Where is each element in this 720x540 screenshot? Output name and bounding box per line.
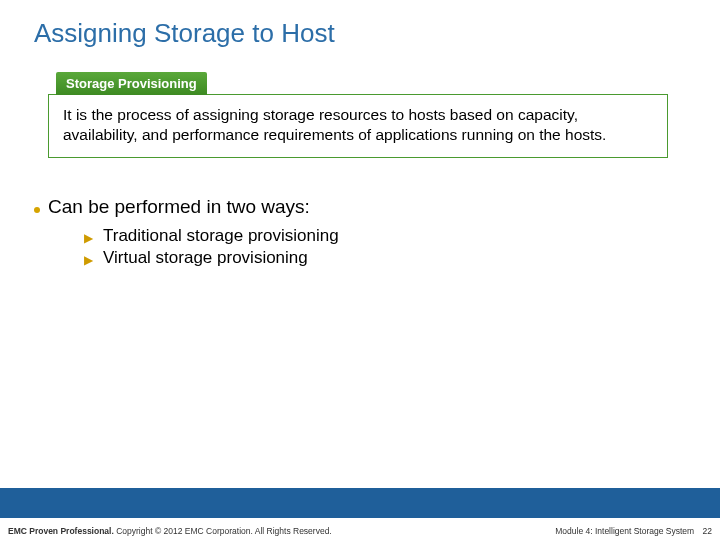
subbullet-text: Virtual storage provisioning [103, 248, 308, 268]
bullet-dot-icon [34, 207, 40, 213]
definition-tab: Storage Provisioning [56, 72, 207, 95]
footer-brand: EMC Proven Professional. [8, 526, 114, 536]
arrow-icon: ▶ [84, 231, 93, 245]
footer-right: Module 4: Intelligent Storage System 22 [555, 526, 712, 536]
bullet-level1: Can be performed in two ways: [34, 196, 674, 218]
subbullet-text: Traditional storage provisioning [103, 226, 339, 246]
footer-module: Module 4: Intelligent Storage System [555, 526, 694, 536]
definition-text: It is the process of assigning storage r… [63, 105, 653, 145]
footer: EMC Proven Professional. Copyright © 201… [8, 526, 712, 536]
definition-block: Storage Provisioning It is the process o… [48, 72, 668, 158]
footer-page: 22 [703, 526, 712, 536]
footer-band [0, 488, 720, 518]
bullet-level2: ▶ Traditional storage provisioning [84, 226, 674, 246]
bullet-level2: ▶ Virtual storage provisioning [84, 248, 674, 268]
bullet-list: Can be performed in two ways: ▶ Traditio… [34, 196, 674, 268]
slide-title: Assigning Storage to Host [34, 18, 335, 49]
bullet-text: Can be performed in two ways: [48, 196, 310, 218]
slide: Assigning Storage to Host Storage Provis… [0, 0, 720, 540]
footer-copyright: Copyright © 2012 EMC Corporation. All Ri… [114, 526, 332, 536]
footer-left: EMC Proven Professional. Copyright © 201… [8, 526, 332, 536]
definition-box: It is the process of assigning storage r… [48, 94, 668, 158]
arrow-icon: ▶ [84, 253, 93, 267]
